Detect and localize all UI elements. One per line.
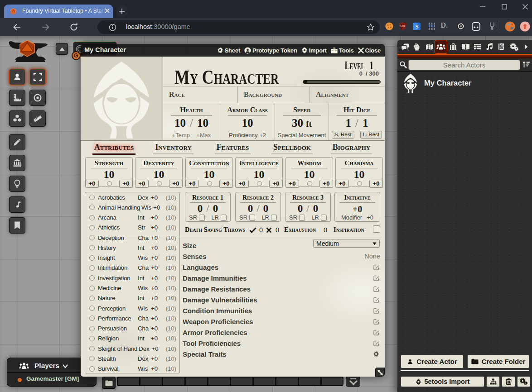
svg-text:S: S bbox=[416, 24, 419, 30]
svg-text:UO: UO bbox=[401, 24, 406, 28]
